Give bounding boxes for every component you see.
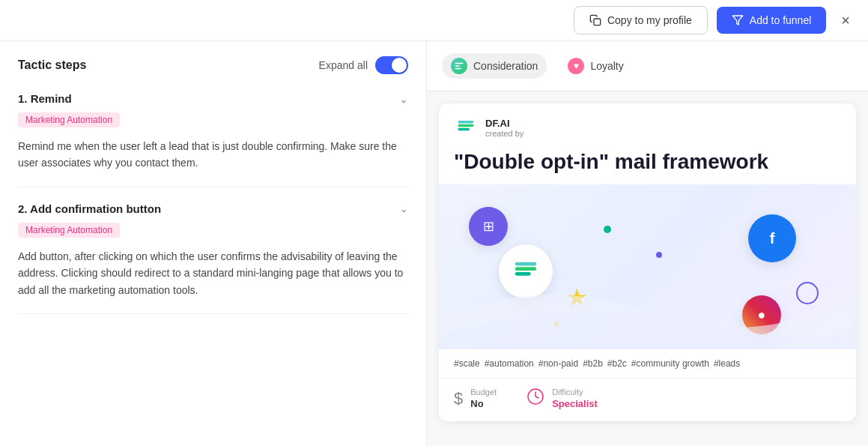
difficulty-value: Specialist [552, 398, 598, 409]
loyalty-icon: ♥ [568, 58, 584, 74]
right-panel: Consideration ♥ Loyalty [427, 41, 868, 446]
tab-consideration-label: Consideration [473, 60, 538, 72]
card-footer: $ Budget No [439, 378, 856, 421]
card-title: "Double opt-in" mail framework [439, 145, 856, 184]
step-title: 1. Remind [18, 92, 72, 105]
close-button[interactable]: × [835, 10, 856, 31]
creator-info: DF.AI created by [485, 118, 523, 138]
budget-label: Budget [470, 388, 497, 397]
copy-icon [589, 14, 601, 26]
difficulty-info: Difficulty Specialist [552, 388, 598, 409]
step-title: 2. Add confirmation button [18, 202, 161, 215]
difficulty-icon [526, 388, 544, 409]
step-item: 2. Add confirmation button ⌃ Marketing A… [18, 202, 408, 314]
tab-loyalty[interactable]: ♥ Loyalty [559, 53, 632, 79]
copy-to-profile-button[interactable]: Copy to my profile [574, 6, 708, 34]
tag: #b2b [583, 358, 603, 369]
tag: #community growth [631, 358, 709, 369]
tag: #non-paid [538, 358, 578, 369]
step-header: 1. Remind ⌃ [18, 92, 408, 105]
purple-circle: ⊞ [469, 207, 508, 246]
tactic-steps-header: Tactic steps Expand all [18, 56, 408, 74]
tag: #leads [714, 358, 740, 369]
step-chevron-icon[interactable]: ⌃ [399, 202, 408, 214]
budget-icon: $ [454, 389, 463, 409]
difficulty-label: Difficulty [552, 388, 598, 397]
tag: #scale [454, 358, 480, 369]
creator-logo [454, 115, 478, 139]
tabs-row: Consideration ♥ Loyalty [427, 41, 868, 91]
svg-marker-1 [732, 16, 742, 25]
tab-consideration[interactable]: Consideration [442, 53, 547, 79]
step-tag: Marketing Automation [18, 223, 120, 238]
header-bar: Copy to my profile Add to funnel × [0, 0, 868, 41]
expand-all-toggle[interactable] [375, 56, 408, 74]
facebook-circle: f [748, 214, 796, 262]
budget-item: $ Budget No [454, 388, 497, 409]
main-content: Tactic steps Expand all 1. Remind ⌃ Mark… [0, 41, 868, 446]
tactic-steps-title: Tactic steps [18, 58, 86, 72]
expand-all-container: Expand all [319, 56, 408, 74]
budget-value: No [470, 398, 497, 409]
creator-label: created by [485, 129, 523, 138]
consideration-icon [451, 58, 467, 74]
card-container: DF.AI created by "Double opt-in" mail fr… [427, 91, 868, 433]
card-creator: DF.AI created by [439, 103, 856, 145]
copy-btn-label: Copy to my profile [607, 14, 692, 26]
step-description: Remind me when the user left a lead that… [18, 138, 408, 172]
expand-all-label: Expand all [319, 59, 368, 71]
step-description: Add button, after clicking on which the … [18, 248, 408, 298]
dot-purple [656, 252, 662, 258]
step-tag: Marketing Automation [18, 112, 120, 127]
difficulty-item: Difficulty Specialist [526, 388, 598, 409]
step-chevron-icon[interactable]: ⌃ [399, 93, 408, 105]
dot-green [604, 226, 611, 233]
svg-rect-2 [458, 124, 474, 127]
step-item: 1. Remind ⌃ Marketing Automation Remind … [18, 92, 408, 187]
tactic-card: DF.AI created by "Double opt-in" mail fr… [439, 103, 856, 421]
svg-rect-4 [458, 121, 474, 124]
creator-name: DF.AI [485, 118, 523, 129]
tag: #automation [485, 358, 534, 369]
funnel-icon [732, 14, 744, 26]
tag: #b2c [607, 358, 627, 369]
tab-loyalty-label: Loyalty [590, 60, 623, 72]
close-icon: × [841, 12, 850, 28]
add-to-funnel-button[interactable]: Add to funnel [717, 7, 827, 34]
budget-info: Budget No [470, 388, 497, 409]
tags-row: #scale #automation #non-paid #b2b #b2c #… [439, 349, 856, 378]
curve-decoration [439, 259, 856, 349]
step-header: 2. Add confirmation button ⌃ [18, 202, 408, 215]
card-visual: ⊞ f ● ★ ★ [439, 184, 856, 349]
add-funnel-btn-label: Add to funnel [750, 14, 812, 26]
left-panel: Tactic steps Expand all 1. Remind ⌃ Mark… [0, 41, 427, 446]
svg-rect-3 [458, 128, 470, 131]
svg-rect-0 [594, 19, 601, 25]
